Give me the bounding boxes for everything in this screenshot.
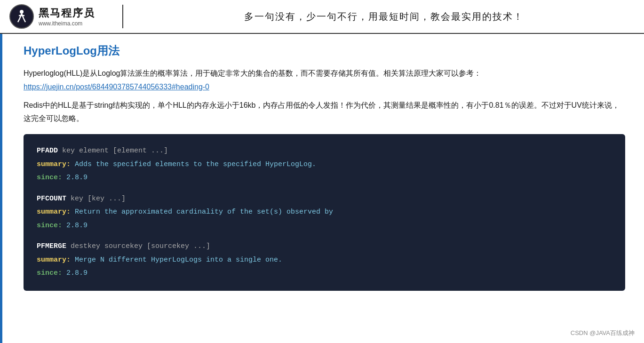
code-section-pfcount: PFCOUNT key [key ...] summary: Return th… (37, 192, 612, 233)
header-divider (122, 5, 123, 28)
pfcount-summary-label: summary: (37, 208, 71, 216)
watermark: CSDN @JAVA百练成神 (571, 329, 635, 337)
pfcount-keyword: PFCOUNT (37, 195, 66, 203)
pfmerge-keyword: PFMERGE (37, 242, 66, 250)
pfadd-since-line: since: 2.8.9 (37, 171, 612, 185)
pfadd-keyword: PFADD (37, 147, 58, 155)
pfmerge-since-line: since: 2.8.9 (37, 267, 612, 280)
pfadd-command-line: PFADD key element [element ...] (37, 144, 612, 158)
pfmerge-since-value: 2.8.9 (66, 269, 87, 277)
pfadd-since-value: 2.8.9 (66, 174, 87, 182)
svg-line-4 (24, 18, 25, 22)
logo-icon (9, 4, 34, 29)
pfcount-summary-line: summary: Return the approximated cardina… (37, 206, 612, 219)
section-title: HyperLogLog用法 (24, 43, 625, 58)
logo-main-text: 黑马程序员 (39, 6, 95, 20)
pfadd-params: key element [element ...] (62, 147, 168, 155)
pfcount-params: key [key ...] (71, 195, 126, 203)
paragraph-1: Hyperloglog(HLL)是从Loglog算法派生的概率算法，用于确定非常… (24, 67, 625, 94)
header-slogan: 多一句没有，少一句不行，用最短时间，教会最实用的技术！ (133, 10, 635, 23)
pfmerge-summary-text: Merge N different HyperLogLogs into a si… (75, 256, 282, 264)
logo-area: 黑马程序员 www.itheima.com (9, 4, 113, 29)
pfcount-command-line: PFCOUNT key [key ...] (37, 192, 612, 206)
pfcount-summary-text: Return the approximated cardinality of t… (75, 208, 333, 216)
paragraph-2: Redis中的HLL是基于string结构实现的，单个HLL的内存永远小于16k… (24, 99, 625, 126)
pfmerge-since-label: since: (37, 269, 62, 277)
left-accent-bar (0, 34, 2, 343)
svg-line-3 (18, 18, 20, 22)
pfadd-summary-text: Adds the specified elements to the speci… (75, 160, 316, 168)
pfcount-since-value: 2.8.9 (66, 222, 87, 230)
pfmerge-summary-label: summary: (37, 256, 71, 264)
pfadd-summary-label: summary: (37, 160, 71, 168)
logo-sub-text: www.itheima.com (39, 20, 95, 27)
pfadd-since-label: since: (37, 174, 62, 182)
pfcount-since-label: since: (37, 222, 62, 230)
pfadd-summary-line: summary: Adds the specified elements to … (37, 158, 612, 172)
code-block: PFADD key element [element ...] summary:… (24, 134, 625, 291)
pfmerge-command-line: PFMERGE destkey sourcekey [sourcekey ...… (37, 240, 612, 254)
header: 黑马程序员 www.itheima.com 多一句没有，少一句不行，用最短时间，… (0, 0, 644, 34)
content-area: HyperLogLog用法 Hyperloglog(HLL)是从Loglog算法… (0, 34, 644, 343)
logo-text: 黑马程序员 www.itheima.com (39, 6, 95, 27)
pfcount-since-line: since: 2.8.9 (37, 219, 612, 233)
svg-point-0 (20, 10, 24, 14)
reference-link[interactable]: https://juejin.cn/post/68449037857440563… (24, 83, 209, 91)
code-section-pfmerge: PFMERGE destkey sourcekey [sourcekey ...… (37, 240, 612, 280)
pfmerge-params: destkey sourcekey [sourcekey ...] (71, 242, 210, 250)
pfmerge-summary-line: summary: Merge N different HyperLogLogs … (37, 254, 612, 267)
paragraph-1-text: Hyperloglog(HLL)是从Loglog算法派生的概率算法，用于确定非常… (24, 69, 481, 77)
code-section-pfadd: PFADD key element [element ...] summary:… (37, 144, 612, 185)
